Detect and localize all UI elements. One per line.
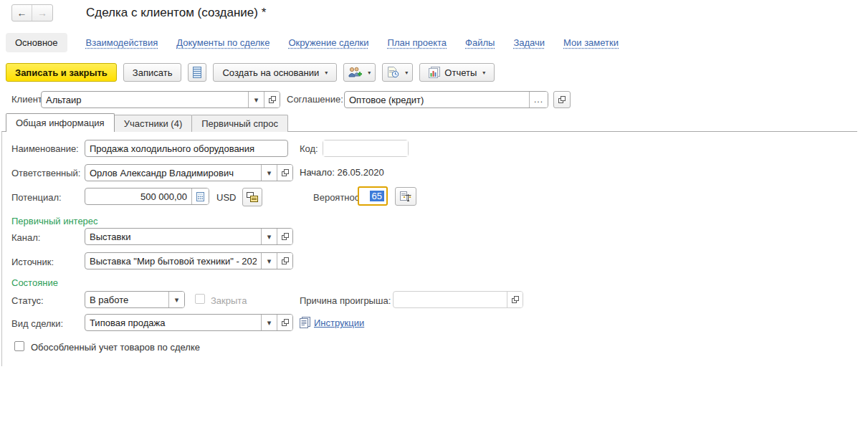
agreement-open-button[interactable] bbox=[553, 91, 571, 108]
potential-input[interactable] bbox=[85, 188, 191, 204]
loss-reason-open-button[interactable] bbox=[507, 292, 523, 307]
inner-tabs: Общая информация Участники (4) Первичный… bbox=[6, 113, 288, 132]
chevron-down-icon: ▾ bbox=[267, 257, 272, 266]
chevron-down-icon: ▾ bbox=[267, 318, 272, 328]
client-field-group: ▾ bbox=[41, 91, 280, 108]
probability-calc-button[interactable] bbox=[395, 187, 416, 206]
client-input[interactable] bbox=[42, 92, 248, 108]
chevron-down-icon: ▾ bbox=[254, 95, 259, 105]
separate-accounting-checkbox[interactable] bbox=[14, 341, 24, 351]
add-people-icon bbox=[348, 67, 362, 78]
closed-checkbox-label: Закрыта bbox=[211, 295, 247, 306]
agreement-input[interactable] bbox=[345, 92, 529, 108]
add-participants-button[interactable]: ▾ bbox=[343, 63, 376, 82]
open-icon bbox=[282, 169, 289, 176]
responsible-dropdown-button[interactable]: ▾ bbox=[261, 165, 277, 181]
nav-item-main[interactable]: Основное bbox=[6, 33, 67, 52]
client-dropdown-button[interactable]: ▾ bbox=[248, 92, 264, 108]
code-label: Код: bbox=[300, 143, 318, 154]
status-input[interactable] bbox=[85, 292, 168, 307]
chevron-down-icon: ▾ bbox=[482, 70, 485, 76]
tab-general-info[interactable]: Общая информация bbox=[6, 113, 115, 132]
status-field-group: ▾ bbox=[85, 291, 185, 308]
start-value: 26.05.2020 bbox=[338, 167, 384, 178]
start-date: Начало: 26.05.2020 bbox=[300, 167, 384, 178]
calculator-icon bbox=[196, 192, 204, 201]
channel-field-group: ▾ bbox=[85, 228, 293, 245]
open-icon bbox=[282, 257, 289, 264]
nav-item-deal-documents[interactable]: Документы по сделке bbox=[176, 37, 270, 48]
deal-type-dropdown-button[interactable]: ▾ bbox=[261, 315, 277, 330]
nav-item-tasks[interactable]: Задачи bbox=[513, 37, 545, 48]
forward-arrow-icon: → bbox=[37, 7, 47, 19]
deal-type-field-group: ▾ bbox=[85, 314, 293, 331]
tab-primary-demand[interactable]: Первичный спрос bbox=[191, 115, 288, 132]
schedule-reminder-button[interactable]: ▾ bbox=[382, 63, 413, 82]
tab-participants[interactable]: Участники (4) bbox=[114, 115, 193, 132]
open-icon bbox=[282, 319, 289, 326]
agreement-select-button[interactable]: ... bbox=[529, 92, 548, 108]
responsible-open-button[interactable] bbox=[277, 165, 292, 181]
nav-item-interactions[interactable]: Взаимодействия bbox=[86, 37, 158, 48]
save-and-close-button[interactable]: Записать и закрыть bbox=[6, 63, 117, 82]
source-input[interactable] bbox=[85, 253, 261, 269]
open-icon bbox=[282, 233, 289, 240]
start-label: Начало: bbox=[300, 167, 335, 178]
client-open-button[interactable] bbox=[264, 92, 280, 108]
nav-item-files[interactable]: Файлы bbox=[465, 37, 495, 48]
channel-label: Канал: bbox=[11, 232, 40, 243]
source-label: Источник: bbox=[11, 257, 54, 267]
name-input[interactable] bbox=[85, 140, 287, 156]
source-open-button[interactable] bbox=[277, 253, 292, 269]
primary-interest-section-title: Первичный интерес bbox=[11, 216, 98, 226]
name-field-group bbox=[85, 140, 288, 157]
forward-button[interactable]: → bbox=[32, 5, 52, 21]
save-button[interactable]: Записать bbox=[123, 63, 182, 82]
document-scales-icon bbox=[400, 191, 412, 202]
create-based-on-button[interactable]: Создать на основании▾ bbox=[213, 63, 337, 82]
open-icon bbox=[512, 296, 519, 303]
potential-field-group bbox=[85, 188, 209, 205]
code-field bbox=[323, 140, 409, 157]
nav-item-my-notes[interactable]: Мои заметки bbox=[563, 37, 619, 48]
responsible-input[interactable] bbox=[85, 165, 261, 181]
deal-type-open-button[interactable] bbox=[277, 315, 292, 330]
chevron-down-icon: ▾ bbox=[325, 70, 328, 76]
deal-type-label: Вид сделки: bbox=[11, 318, 63, 329]
back-button[interactable]: ← bbox=[12, 5, 32, 21]
status-dropdown-button[interactable]: ▾ bbox=[168, 292, 184, 307]
structure-button[interactable] bbox=[188, 63, 206, 82]
instructions-doc-icon bbox=[300, 317, 310, 328]
chevron-down-icon: ▾ bbox=[405, 70, 408, 76]
deal-type-input[interactable] bbox=[85, 315, 261, 330]
chevron-down-icon: ▾ bbox=[267, 232, 272, 242]
nav-item-deal-environment[interactable]: Окружение сделки bbox=[288, 37, 368, 48]
open-icon bbox=[269, 96, 276, 103]
instructions-link[interactable]: Инструкции bbox=[314, 317, 364, 328]
nav-item-project-plan[interactable]: План проекта bbox=[388, 37, 447, 48]
probability-value: 65 bbox=[370, 191, 384, 201]
responsible-field-group: ▾ bbox=[85, 164, 293, 181]
separate-accounting-label: Обособленный учет товаров по сделке bbox=[31, 342, 200, 353]
linked-documents-icon bbox=[247, 192, 258, 202]
loss-reason-label: Причина проигрыша: bbox=[300, 295, 391, 306]
currency-label: USD bbox=[216, 192, 236, 203]
calculator-button[interactable] bbox=[191, 188, 209, 204]
channel-input[interactable] bbox=[85, 229, 261, 244]
list-stack-icon bbox=[193, 67, 201, 78]
history-nav: ← → bbox=[11, 4, 53, 22]
source-dropdown-button[interactable]: ▾ bbox=[261, 253, 277, 269]
source-field-group: ▾ bbox=[85, 252, 293, 269]
code-input[interactable] bbox=[323, 140, 408, 156]
toolbar: Записать и закрыть Записать Создать на о… bbox=[6, 63, 495, 82]
fill-by-template-button[interactable] bbox=[242, 188, 262, 206]
loss-reason-input[interactable] bbox=[394, 292, 507, 307]
probability-field[interactable]: 65 bbox=[358, 186, 388, 206]
channel-dropdown-button[interactable]: ▾ bbox=[261, 229, 277, 244]
reports-button[interactable]: Отчеты▾ bbox=[419, 63, 495, 82]
channel-open-button[interactable] bbox=[277, 229, 292, 244]
chevron-down-icon: ▾ bbox=[267, 168, 272, 178]
client-label: Клиент: bbox=[11, 94, 44, 105]
name-label: Наименование: bbox=[11, 143, 79, 154]
page-title: Сделка с клиентом (создание) * bbox=[86, 6, 266, 20]
